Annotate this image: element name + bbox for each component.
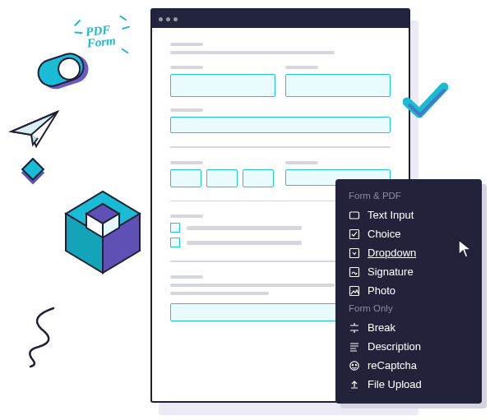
cursor-icon xyxy=(457,238,474,260)
form-field[interactable] xyxy=(243,169,274,187)
menu-item-recaptcha[interactable]: reCaptcha xyxy=(335,356,482,375)
menu-item-label: Description xyxy=(368,340,421,353)
form-field[interactable] xyxy=(170,117,391,133)
menu-item-label: Dropdown xyxy=(368,247,416,259)
menu-section-header: Form Only xyxy=(335,300,482,318)
text-input-icon xyxy=(349,210,360,221)
menu-item-break[interactable]: Break xyxy=(335,318,482,337)
menu-item-label: Signature xyxy=(368,265,414,278)
checkmark-icon xyxy=(403,82,449,120)
menu-item-label: Text Input xyxy=(368,209,414,221)
recaptcha-icon xyxy=(349,360,360,372)
menu-item-label: File Upload xyxy=(368,378,422,390)
checkbox[interactable] xyxy=(170,238,180,247)
choice-icon xyxy=(349,228,360,240)
upload-icon xyxy=(349,379,360,390)
menu-item-label: Photo xyxy=(368,284,395,297)
menu-item-signature[interactable]: Signature xyxy=(335,262,482,281)
diamond-icon xyxy=(21,158,44,181)
menu-item-text-input[interactable]: Text Input xyxy=(335,205,482,224)
break-icon xyxy=(349,322,360,334)
field-type-menu: Form & PDF Text InputChoiceDropdownSigna… xyxy=(335,179,482,404)
pdf-form-label: PDF Form xyxy=(86,23,117,49)
svg-point-6 xyxy=(352,364,353,365)
svg-rect-0 xyxy=(350,212,359,219)
cube-icon xyxy=(58,177,156,284)
svg-point-5 xyxy=(350,361,358,369)
form-field[interactable] xyxy=(285,74,391,97)
menu-item-label: Break xyxy=(368,321,395,334)
svg-rect-2 xyxy=(350,248,359,257)
dropdown-icon xyxy=(349,247,360,259)
menu-item-description[interactable]: Description xyxy=(335,337,482,356)
toggle-icon xyxy=(34,49,88,90)
photo-icon xyxy=(349,285,360,297)
menu-section-header: Form & PDF xyxy=(335,187,482,205)
squiggle-icon xyxy=(21,304,70,370)
svg-point-7 xyxy=(355,364,356,365)
menu-item-file-upload[interactable]: File Upload xyxy=(335,375,482,394)
menu-item-photo[interactable]: Photo xyxy=(335,281,482,300)
menu-item-label: Choice xyxy=(368,228,400,240)
checkbox[interactable] xyxy=(170,223,180,233)
paper-plane-icon xyxy=(8,107,64,153)
window-titlebar xyxy=(152,10,409,28)
form-field[interactable] xyxy=(170,169,201,187)
form-field[interactable] xyxy=(170,74,275,97)
menu-item-label: reCaptcha xyxy=(368,359,417,372)
signature-icon xyxy=(349,266,360,278)
description-icon xyxy=(349,341,360,353)
form-field[interactable] xyxy=(206,169,238,187)
